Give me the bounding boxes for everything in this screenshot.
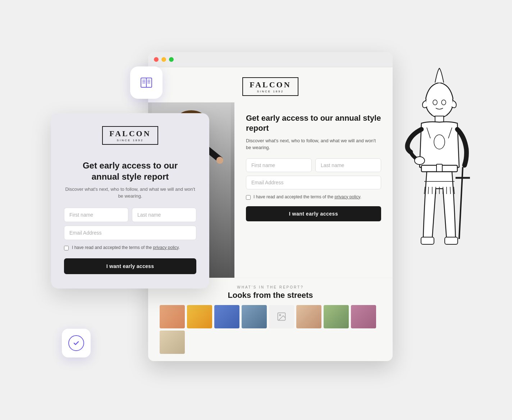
card-email-input[interactable] <box>64 226 196 240</box>
card-last-name-input[interactable] <box>132 208 196 222</box>
svg-point-31 <box>415 157 425 165</box>
gallery-thumb-7[interactable] <box>351 305 376 328</box>
gallery-thumb-2[interactable] <box>187 305 212 328</box>
traffic-light-yellow[interactable] <box>161 57 166 62</box>
svg-point-26 <box>433 100 437 105</box>
gallery-section: WHAT'S IN THE REPORT? Looks from the str… <box>148 278 393 361</box>
browser-name-row <box>246 158 381 172</box>
browser-first-name-input[interactable] <box>246 158 312 172</box>
gallery-thumb-1[interactable] <box>160 305 185 328</box>
browser-privacy-link[interactable]: privacy policy <box>334 194 360 199</box>
browser-checkbox-row: I have read and accepted the terms of th… <box>246 194 381 200</box>
check-icon-badge <box>62 329 91 357</box>
book-icon-badge <box>130 66 163 99</box>
gallery-title: Looks from the streets <box>160 291 381 300</box>
checkmark-icon <box>72 339 80 347</box>
gallery-thumb-8[interactable] <box>160 331 185 354</box>
gallery-thumb-placeholder <box>269 305 294 328</box>
scene: FALCON SINCE 1892 <box>40 31 472 390</box>
svg-rect-38 <box>445 237 458 244</box>
warrior-figure <box>393 66 486 336</box>
browser-brand-since: SINCE 1892 <box>250 90 291 93</box>
browser-submit-button[interactable]: I want early access <box>246 206 381 221</box>
gallery-thumb-4[interactable] <box>242 305 267 328</box>
card-heading: Get early access to ourannual style repo… <box>64 160 196 182</box>
card-name-row <box>64 208 196 222</box>
svg-point-10 <box>216 157 224 164</box>
browser-checkbox-label: I have read and accepted the terms of th… <box>253 194 361 199</box>
svg-point-15 <box>279 314 281 316</box>
traffic-light-red[interactable] <box>154 57 159 62</box>
gallery-grid <box>160 305 381 354</box>
card-brand-since: SINCE 1892 <box>109 139 151 142</box>
card-falcon-logo: FALCON SINCE 1892 <box>102 126 158 145</box>
browser-titlebar <box>148 52 393 67</box>
gallery-thumb-6[interactable] <box>324 305 349 328</box>
browser-last-name-input[interactable] <box>315 158 381 172</box>
browser-form-heading-text: Get early access to our annual style rep… <box>246 114 381 133</box>
browser-header: FALCON SINCE 1892 <box>148 67 393 102</box>
browser-falcon-logo: FALCON SINCE 1892 <box>242 77 298 96</box>
card-email-row <box>64 226 196 240</box>
traffic-light-green[interactable] <box>169 57 174 62</box>
card-privacy-checkbox[interactable] <box>64 246 69 250</box>
floating-card: FALCON SINCE 1892 Get early access to ou… <box>51 113 209 289</box>
card-submit-button[interactable]: I want early access <box>64 258 196 274</box>
browser-form-subtext: Discover what's next, who to follow, and… <box>246 137 381 151</box>
card-checkbox-text: I have read and accepted the terms of th… <box>72 245 153 250</box>
browser-brand-name: FALCON <box>250 80 291 89</box>
card-subtext: Discover what's next, who to follow, and… <box>64 186 196 200</box>
svg-point-27 <box>442 100 446 105</box>
browser-privacy-checkbox[interactable] <box>246 195 251 200</box>
card-privacy-link[interactable]: privacy policy <box>153 245 178 250</box>
warrior-svg <box>393 66 486 336</box>
gallery-thumb-5[interactable] <box>296 305 321 328</box>
book-icon <box>138 74 155 91</box>
card-checkbox-row: I have read and accepted the terms of th… <box>64 245 196 250</box>
card-brand-name: FALCON <box>109 129 151 138</box>
gallery-thumb-3[interactable] <box>214 305 239 328</box>
browser-checkbox-text: I have read and accepted the terms of th… <box>253 194 334 199</box>
browser-form-panel: Get early access to our annual style rep… <box>234 102 393 278</box>
check-circle-icon <box>68 335 84 351</box>
browser-email-row <box>246 176 381 189</box>
browser-email-input[interactable] <box>246 176 381 189</box>
card-checkbox-label: I have read and accepted the terms of th… <box>72 245 180 250</box>
browser-form-heading: Get early access to our annual style rep… <box>246 113 381 134</box>
svg-rect-37 <box>421 237 434 244</box>
card-first-name-input[interactable] <box>64 208 128 222</box>
